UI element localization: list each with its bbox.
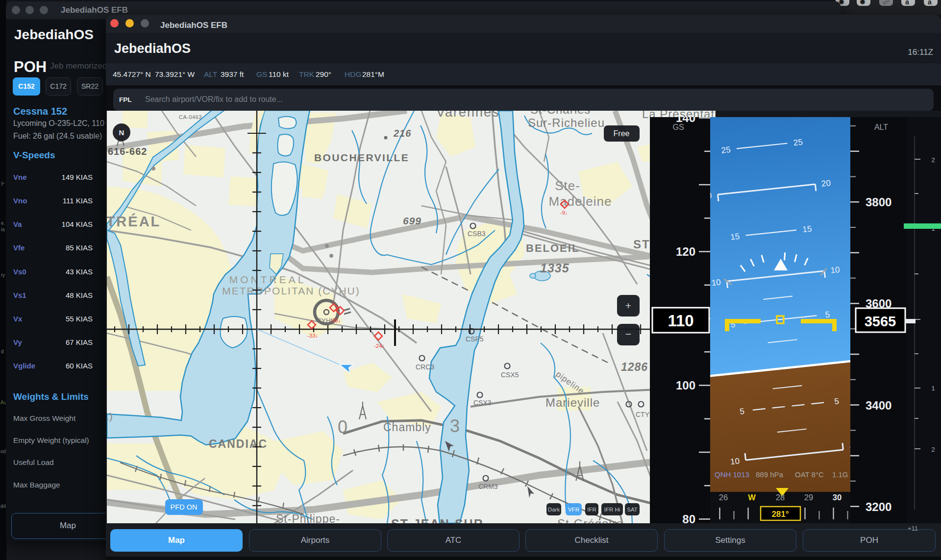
- svg-text:140: 140: [676, 117, 695, 124]
- svg-text:St-Charles: St-Charles: [530, 111, 591, 116]
- svg-text:CRC3: CRC3: [416, 363, 434, 371]
- svg-text:699: 699: [403, 215, 421, 226]
- svg-text:Chambly: Chambly: [383, 421, 431, 434]
- svg-text:110: 110: [668, 312, 693, 330]
- svg-text:0: 0: [338, 417, 347, 437]
- svg-text:29: 29: [804, 493, 813, 502]
- svg-text:Madeleine: Madeleine: [549, 194, 612, 209]
- svg-text:ALT: ALT: [874, 123, 888, 131]
- svg-text:Ste-: Ste-: [555, 178, 580, 193]
- svg-text:30: 30: [833, 493, 842, 502]
- svg-text:W: W: [748, 493, 756, 502]
- svg-text:CA-0463: CA-0463: [179, 114, 202, 120]
- svg-text:25: 25: [793, 137, 803, 147]
- svg-text:Sur-Richelieu: Sur-Richelieu: [528, 116, 605, 129]
- svg-text:IFR: IFR: [587, 507, 596, 512]
- svg-text:BELOEIL: BELOEIL: [526, 242, 579, 254]
- svg-text:2: 2: [931, 156, 935, 164]
- svg-text:CSB3: CSB3: [468, 230, 486, 238]
- svg-text:-88↓: -88↓: [330, 317, 341, 323]
- svg-text:CSX5: CSX5: [501, 371, 519, 379]
- svg-text:METROPOLITAN (CYHU): METROPOLITAN (CYHU): [222, 285, 360, 296]
- svg-text:GS: GS: [672, 123, 684, 131]
- svg-text:Marieville: Marieville: [545, 396, 600, 409]
- svg-text:SAT: SAT: [627, 507, 638, 512]
- svg-text:26: 26: [719, 493, 728, 502]
- svg-text:QNH 1013: QNH 1013: [715, 470, 749, 479]
- svg-text:281°: 281°: [771, 510, 789, 519]
- svg-text:28: 28: [776, 493, 785, 502]
- svg-text:3565: 3565: [865, 314, 896, 329]
- svg-text:20: 20: [821, 178, 831, 189]
- svg-text:5: 5: [834, 396, 839, 406]
- svg-text:100: 100: [676, 379, 695, 392]
- svg-text:ST-JEAN-SUR: ST-JEAN-SUR: [391, 517, 484, 523]
- svg-text:St-Philippe-: St-Philippe-: [276, 512, 340, 523]
- svg-text:80: 80: [682, 512, 695, 524]
- svg-text:L): L): [107, 411, 113, 422]
- svg-text:10: 10: [830, 265, 841, 275]
- svg-text:Dark: Dark: [548, 507, 560, 512]
- svg-text:Free: Free: [614, 129, 630, 138]
- svg-text:1335: 1335: [540, 261, 570, 275]
- svg-text:10: 10: [730, 456, 740, 466]
- svg-text:15: 15: [802, 224, 813, 234]
- svg-text:-24↓: -24↓: [374, 343, 385, 349]
- svg-text:120: 120: [676, 245, 695, 258]
- svg-text:OAT 8°C: OAT 8°C: [795, 470, 824, 479]
- svg-text:CRM3: CRM3: [478, 483, 498, 490]
- svg-text:10: 10: [711, 277, 721, 288]
- svg-text:3400: 3400: [866, 399, 891, 412]
- svg-text:3800: 3800: [866, 195, 891, 209]
- svg-text:25: 25: [721, 145, 731, 155]
- svg-text:CSP5: CSP5: [466, 335, 484, 343]
- svg-text:−: −: [625, 328, 631, 340]
- svg-text:1: 1: [931, 385, 935, 392]
- svg-text:1286: 1286: [621, 361, 648, 373]
- svg-text:CANDIAC: CANDIAC: [209, 438, 268, 450]
- svg-text:Varennes: Varennes: [436, 111, 500, 120]
- svg-text:216: 216: [393, 128, 411, 139]
- svg-text:St-Grégoire: St-Grégoire: [557, 517, 623, 523]
- svg-text:-33↓: -33↓: [307, 333, 318, 339]
- svg-text:5: 5: [739, 407, 744, 416]
- svg-text:VFR: VFR: [568, 507, 579, 512]
- svg-text:1.1G: 1.1G: [832, 470, 848, 479]
- svg-text:616-662: 616-662: [108, 146, 147, 157]
- svg-text:2: 2: [931, 446, 935, 453]
- svg-text:N: N: [119, 128, 124, 137]
- svg-text:3: 3: [450, 416, 460, 436]
- svg-text:889 hPa: 889 hPa: [756, 470, 784, 479]
- svg-text:ST: ST: [633, 238, 650, 251]
- svg-text:3200: 3200: [866, 500, 891, 513]
- svg-text:IFR Hi: IFR Hi: [604, 507, 620, 512]
- svg-text:PFD ON: PFD ON: [171, 503, 198, 511]
- svg-text:MONTREAL: MONTREAL: [229, 274, 306, 285]
- svg-text:-9↓: -9↓: [560, 210, 568, 216]
- svg-text:CSX3: CSX3: [473, 399, 492, 407]
- svg-text:15: 15: [730, 232, 740, 242]
- svg-text:+: +: [625, 300, 631, 311]
- svg-text:MONTRÉAL: MONTRÉAL: [107, 213, 161, 229]
- svg-text:BOUCHERVILLE: BOUCHERVILLE: [314, 152, 409, 163]
- svg-text:5: 5: [825, 310, 830, 319]
